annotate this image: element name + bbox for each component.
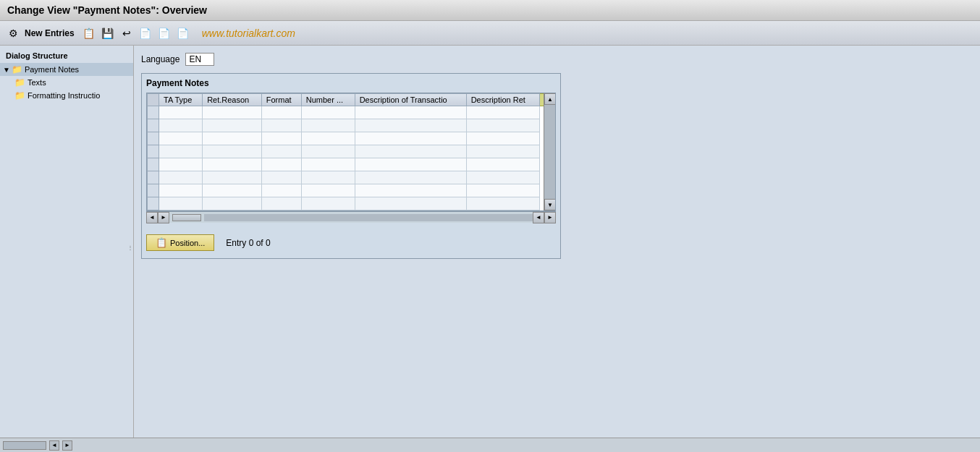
new-entries-button[interactable]: New Entries: [25, 28, 75, 38]
hscroll-right2-btn[interactable]: ◄: [533, 212, 544, 223]
col-header-desc-ret: Description Ret: [466, 94, 539, 106]
sidebar-item-texts[interactable]: 📁 Texts: [0, 76, 133, 89]
sidebar-item-formatting-label: Formatting Instructio: [28, 91, 100, 100]
position-button[interactable]: 📋 Position...: [146, 234, 214, 251]
desc-transaction-cell[interactable]: [355, 106, 466, 119]
content-area: Language Payment Notes TA Type Ret.Reaso…: [134, 46, 980, 448]
toolbar: ⚙ New Entries 📋 💾 ↩ 📄 📄 📄 www.tutorialka…: [0, 21, 980, 46]
hscroll-left-btn[interactable]: ◄: [146, 212, 158, 223]
title-text: Change View "Payment Notes": Overview: [7, 4, 207, 16]
table-row: [148, 106, 555, 119]
col-header-format: Format: [261, 94, 301, 106]
row-num-cell: [148, 106, 159, 119]
toolbar-icon-undo[interactable]: ↩: [119, 26, 134, 40]
data-table-wrapper: TA Type Ret.Reason Format Number ... Des…: [146, 93, 556, 211]
sidebar-resize-handle[interactable]: ⋮: [127, 244, 133, 250]
vscroll-track: [544, 105, 555, 199]
sidebar-item-formatting[interactable]: 📁 Formatting Instructio: [0, 89, 133, 102]
table-row: [148, 158, 555, 171]
table-row: [148, 132, 555, 145]
table-row: [148, 184, 555, 197]
panel-title: Payment Notes: [146, 78, 556, 88]
statusbar-right-btn[interactable]: ►: [62, 440, 72, 451]
vscroll-up-btn[interactable]: ▲: [544, 93, 556, 105]
hscroll-thumb[interactable]: [172, 214, 201, 221]
toolbar-icon-doc3[interactable]: 📄: [176, 26, 190, 40]
position-icon: 📋: [156, 237, 167, 248]
language-row: Language: [141, 53, 973, 66]
ret-reason-cell[interactable]: [203, 106, 262, 119]
bottom-controls: 📋 Position... Entry 0 of 0: [146, 231, 556, 254]
toolbar-icon-doc1[interactable]: 📄: [138, 26, 153, 40]
language-input[interactable]: [185, 53, 214, 66]
sidebar: Dialog Structure ▼ 📁 Payment Notes 📁 Tex…: [0, 46, 134, 448]
table-row: [148, 171, 555, 184]
title-bar: Change View "Payment Notes": Overview: [0, 0, 980, 21]
watermark: www.tutorialkart.com: [202, 27, 295, 39]
table-row: [148, 145, 555, 158]
hscroll-right-btn[interactable]: ►: [158, 212, 169, 223]
sidebar-item-label: Payment Notes: [25, 65, 79, 74]
folder-icon-texts: 📁: [14, 77, 25, 88]
ta-type-cell[interactable]: [159, 106, 203, 119]
hscroll-track: [204, 214, 533, 221]
col-header-ta-type: TA Type: [159, 94, 203, 106]
table-row: [148, 119, 555, 132]
table-scroll-area: TA Type Ret.Reason Format Number ... Des…: [146, 93, 556, 223]
sidebar-item-texts-label: Texts: [28, 78, 46, 87]
data-table: TA Type Ret.Reason Format Number ... Des…: [147, 93, 555, 210]
toolbar-icon-doc2[interactable]: 📄: [157, 26, 172, 40]
main-layout: Dialog Structure ▼ 📁 Payment Notes 📁 Tex…: [0, 46, 980, 448]
folder-icon-formatting: 📁: [14, 90, 25, 101]
vscroll-down-btn[interactable]: ▼: [544, 199, 556, 210]
sidebar-title: Dialog Structure: [0, 48, 133, 63]
format-cell[interactable]: [261, 106, 301, 119]
folder-icon: 📁: [12, 64, 22, 74]
vertical-scrollbar[interactable]: ▲ ▼: [544, 93, 555, 210]
sidebar-item-payment-notes[interactable]: ▼ 📁 Payment Notes: [0, 63, 133, 76]
table-row: [148, 197, 555, 210]
arrow-icon: ▼: [3, 66, 10, 74]
col-header-number: Number ...: [301, 94, 355, 106]
statusbar-left-btn[interactable]: ◄: [49, 440, 59, 451]
entry-info: Entry 0 of 0: [226, 238, 270, 248]
payment-notes-panel: Payment Notes TA Type Ret.Reason Format …: [141, 73, 561, 259]
statusbar-scroll-track[interactable]: [3, 441, 46, 450]
toolbar-icon-settings[interactable]: ⚙: [6, 26, 20, 40]
number-cell[interactable]: [301, 106, 355, 119]
col-header-ret-reason: Ret.Reason: [203, 94, 262, 106]
hscroll-right3-btn[interactable]: ►: [544, 212, 556, 223]
col-header-desc-transaction: Description of Transactio: [355, 94, 466, 106]
language-label: Language: [141, 54, 179, 64]
position-btn-label: Position...: [170, 239, 205, 247]
toolbar-icon-save[interactable]: 💾: [101, 26, 115, 40]
horizontal-scrollbar[interactable]: ◄ ► ◄ ►: [146, 211, 556, 223]
desc-ret-cell[interactable]: [466, 106, 539, 119]
statusbar: ◄ ►: [0, 438, 980, 452]
toolbar-icon-copy[interactable]: 📋: [82, 26, 96, 40]
col-header-row: [148, 94, 159, 106]
